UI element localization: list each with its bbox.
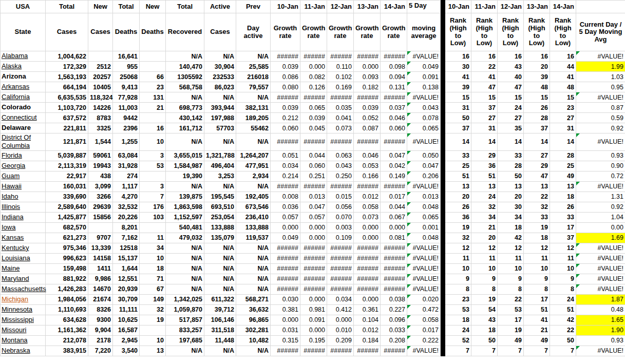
cell-growth-14jan[interactable]: ###### bbox=[381, 181, 407, 191]
cell-rank-11jan[interactable]: 41 bbox=[471, 72, 498, 82]
cell-rank-12jan[interactable]: 7 bbox=[498, 346, 524, 356]
cell-rank-12jan[interactable]: 13 bbox=[498, 181, 524, 191]
cell-rank-13jan[interactable]: 28 bbox=[524, 113, 550, 123]
cell-total-deaths[interactable]: 30,709 bbox=[113, 294, 140, 304]
cell-growth-10jan[interactable]: ###### bbox=[271, 243, 300, 253]
cell-active-cases[interactable]: 135,079 bbox=[204, 233, 236, 243]
cell-prev-day-active[interactable]: 10,482 bbox=[236, 335, 271, 346]
cell-growth-13jan[interactable]: ###### bbox=[354, 92, 381, 103]
cell-total-cases[interactable]: 159,498 bbox=[46, 263, 88, 274]
cell-rank-13jan[interactable]: 15 bbox=[524, 92, 550, 103]
cell-recovered[interactable]: 1,342,025 bbox=[166, 294, 204, 304]
cell-rank-14jan[interactable]: 42 bbox=[550, 315, 576, 325]
cell-growth-11jan[interactable]: 0.013 bbox=[300, 191, 327, 202]
cell-new-deaths[interactable]: 11 bbox=[140, 233, 166, 243]
cell-growth-12jan[interactable]: ###### bbox=[327, 253, 354, 263]
cell-rank-12jan[interactable]: 33 bbox=[498, 150, 524, 161]
cell-prev-day-active[interactable]: 119,537 bbox=[236, 233, 271, 243]
cell-ratio[interactable]: 0.90 bbox=[576, 161, 625, 171]
cell-recovered[interactable]: N/A bbox=[166, 133, 204, 151]
cell-rank-14jan[interactable]: 44 bbox=[550, 62, 576, 72]
cell-total-deaths[interactable]: 32,532 bbox=[113, 202, 140, 212]
cell-ratio[interactable]: #VALUE! bbox=[576, 243, 625, 253]
cell-total-deaths[interactable]: 2396 bbox=[113, 123, 140, 133]
cell-recovered[interactable]: 1,584,987 bbox=[166, 161, 204, 171]
state-cell[interactable]: Connecticut bbox=[1, 113, 46, 123]
cell-growth-11jan[interactable]: ###### bbox=[300, 243, 327, 253]
cell-rank-11jan[interactable]: 36 bbox=[471, 161, 498, 171]
state-cell[interactable]: Montana bbox=[1, 335, 46, 346]
cell-growth-11jan[interactable]: 0.047 bbox=[300, 202, 327, 212]
cell-rank-14jan[interactable]: 16 bbox=[550, 51, 576, 62]
cell-rank-13jan[interactable]: 8 bbox=[524, 284, 550, 294]
cell-rank-13jan[interactable]: 37 bbox=[524, 123, 550, 133]
cell-recovered[interactable]: 1,152,597 bbox=[166, 212, 204, 222]
cell-new-deaths[interactable]: 67 bbox=[140, 284, 166, 294]
cell-prev-day-active[interactable]: 192,405 bbox=[236, 191, 271, 202]
cell-growth-10jan[interactable]: 0.214 bbox=[271, 171, 300, 181]
cell-growth-13jan[interactable]: ###### bbox=[354, 346, 381, 356]
cell-total-cases[interactable]: 22,917 bbox=[46, 171, 88, 181]
cell-prev-day-active[interactable]: 477,951 bbox=[236, 161, 271, 171]
cell-rank-13jan[interactable]: 12 bbox=[524, 243, 550, 253]
cell-ratio[interactable]: 1.69 bbox=[576, 233, 625, 243]
cell-rank-11jan[interactable]: 27 bbox=[471, 113, 498, 123]
cell-growth-10jan[interactable]: ###### bbox=[271, 346, 300, 356]
cell-moving-avg[interactable]: #VALUE! bbox=[407, 274, 441, 284]
cell-total-deaths[interactable]: 77,928 bbox=[113, 92, 140, 103]
state-cell[interactable]: Hawaii bbox=[1, 181, 46, 191]
cell-rank-12jan[interactable]: 28 bbox=[498, 161, 524, 171]
cell-total-cases[interactable]: 160,031 bbox=[46, 181, 88, 191]
state-cell[interactable]: Colorado bbox=[1, 103, 46, 113]
cell-rank-11jan[interactable]: 47 bbox=[471, 82, 498, 92]
cell-rank-10jan[interactable]: 24 bbox=[445, 325, 471, 335]
cell-moving-avg[interactable]: 0.091 bbox=[407, 72, 441, 82]
cell-active-cases[interactable]: 133,888 bbox=[204, 222, 236, 233]
cell-new-cases[interactable]: 13,339 bbox=[88, 243, 113, 253]
cell-growth-12jan[interactable]: 0.035 bbox=[327, 103, 354, 113]
cell-moving-avg[interactable]: 0.138 bbox=[407, 82, 441, 92]
cell-rank-14jan[interactable]: 15 bbox=[550, 92, 576, 103]
cell-new-cases[interactable]: 8783 bbox=[88, 113, 113, 123]
header-growth-14jan[interactable]: Growth rate bbox=[381, 13, 407, 51]
cell-growth-11jan[interactable]: 0.039 bbox=[300, 113, 327, 123]
cell-rank-10jan[interactable]: 9 bbox=[445, 274, 471, 284]
cell-new-cases[interactable]: 14158 bbox=[88, 253, 113, 263]
state-cell[interactable]: District Of Columbia bbox=[1, 133, 46, 151]
cell-new-deaths[interactable]: 71 bbox=[140, 274, 166, 284]
cell-rank-12jan[interactable]: 18 bbox=[498, 222, 524, 233]
cell-rank-10jan[interactable]: 15 bbox=[445, 92, 471, 103]
state-cell[interactable]: Missouri bbox=[1, 325, 46, 335]
cell-recovered[interactable]: N/A bbox=[166, 92, 204, 103]
cell-growth-12jan[interactable]: 0.070 bbox=[327, 212, 354, 222]
cell-moving-avg[interactable]: 0.017 bbox=[407, 325, 441, 335]
state-cell[interactable]: Mississippi bbox=[1, 315, 46, 325]
cell-rank-12jan[interactable]: 8 bbox=[498, 284, 524, 294]
cell-total-cases[interactable]: 975,346 bbox=[46, 243, 88, 253]
header-growth-12jan[interactable]: Growth rate bbox=[327, 13, 354, 51]
cell-growth-12jan[interactable]: ###### bbox=[327, 92, 354, 103]
cell-growth-10jan[interactable]: 0.030 bbox=[271, 294, 300, 304]
state-link[interactable]: Idaho bbox=[2, 193, 18, 200]
cell-ratio[interactable]: 1.87 bbox=[576, 294, 625, 304]
cell-new-cases[interactable]: 20257 bbox=[88, 72, 113, 82]
cell-rank-13jan[interactable]: 20 bbox=[524, 62, 550, 72]
header-date-12jan[interactable]: 12-Jan bbox=[327, 1, 354, 13]
state-link[interactable]: Kansas bbox=[2, 234, 24, 241]
cell-total-cases[interactable]: 1,425,877 bbox=[46, 212, 88, 222]
cell-ratio[interactable]: #VALUE! bbox=[576, 274, 625, 284]
cell-growth-12jan[interactable]: 0.063 bbox=[327, 150, 354, 161]
header-active[interactable]: Active bbox=[204, 1, 236, 13]
state-link[interactable]: Connecticut bbox=[2, 113, 37, 121]
cell-growth-11jan[interactable]: ###### bbox=[300, 133, 327, 151]
cell-growth-12jan[interactable]: 0.412 bbox=[327, 304, 354, 315]
state-cell[interactable]: Maine bbox=[1, 263, 46, 274]
cell-total-cases[interactable]: 121,871 bbox=[46, 133, 88, 151]
cell-rank-11jan[interactable]: 16 bbox=[471, 51, 498, 62]
cell-new-cases[interactable]: 9,986 bbox=[88, 274, 113, 284]
cell-active-cases[interactable]: 30,904 bbox=[204, 62, 236, 72]
state-cell[interactable]: Idaho bbox=[1, 191, 46, 202]
cell-moving-avg[interactable]: 0.048 bbox=[407, 233, 441, 243]
cell-moving-avg[interactable]: 0.050 bbox=[407, 150, 441, 161]
cell-prev-day-active[interactable]: 302,281 bbox=[236, 325, 271, 335]
